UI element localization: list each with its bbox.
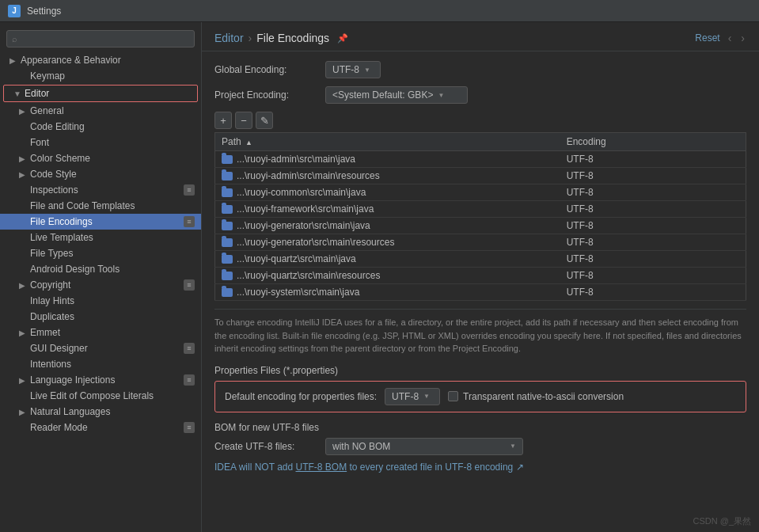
bom-section-title: BOM for new UTF-8 files xyxy=(214,422,746,433)
table-row[interactable]: ...\ruoyi-framework\src\main\java UTF-8 xyxy=(215,201,746,218)
content-body: Global Encoding: UTF-8 ▼ Project Encodin… xyxy=(202,51,759,532)
path-cell: ...\ruoyi-admin\src\main\resources xyxy=(215,168,560,184)
sidebar-item-general[interactable]: ▶ General xyxy=(0,103,201,119)
create-utf8-value: with NO BOM xyxy=(332,441,390,452)
sidebar-item-appearance[interactable]: ▶ Appearance & Behavior xyxy=(0,52,201,68)
sidebar-item-label: Code Style xyxy=(30,169,195,180)
create-utf8-label: Create UTF-8 files: xyxy=(214,441,317,452)
info-prefix: IDEA will NOT add xyxy=(214,462,295,473)
bom-row: Create UTF-8 files: with NO BOM ▼ xyxy=(214,438,746,455)
default-encoding-label: Default encoding for properties files: xyxy=(225,391,377,402)
sidebar-item-label: File Types xyxy=(30,248,195,259)
sidebar-item-file-types[interactable]: File Types xyxy=(0,245,201,261)
folder-icon xyxy=(222,172,233,180)
sidebar-item-label: Editor xyxy=(25,88,191,99)
breadcrumb-editor[interactable]: Editor xyxy=(214,32,244,44)
sidebar-item-language-injections[interactable]: ▶ Language Injections ≡ xyxy=(0,372,201,388)
edit-button[interactable]: ✎ xyxy=(256,112,273,129)
table-row[interactable]: ...\ruoyi-system\src\main\java UTF-8 xyxy=(215,284,746,301)
sidebar-item-copyright[interactable]: ▶ Copyright ≡ xyxy=(0,277,201,293)
sidebar-item-keymap[interactable]: Keymap xyxy=(0,68,201,84)
table-row[interactable]: ...\ruoyi-quartz\src\main\java UTF-8 xyxy=(215,251,746,268)
properties-encoding-dropdown[interactable]: UTF-8 ▼ xyxy=(385,388,440,405)
expand-icon: ▶ xyxy=(19,408,28,416)
sidebar-item-file-encodings[interactable]: File Encodings ≡ xyxy=(0,214,201,230)
sort-asc-icon: ▲ xyxy=(245,139,252,146)
table-row[interactable]: ...\ruoyi-common\src\main\java UTF-8 xyxy=(215,184,746,201)
bom-info-text: IDEA will NOT add UTF-8 BOM to every cre… xyxy=(214,462,746,473)
sidebar-item-duplicates[interactable]: Duplicates xyxy=(0,309,201,325)
sidebar-item-label: General xyxy=(30,105,195,116)
path-cell: ...\ruoyi-framework\src\main\java xyxy=(215,201,560,218)
project-encoding-value: <System Default: GBK> xyxy=(332,89,433,101)
content-area: Editor › File Encodings 📌 Reset ‹ › Glob… xyxy=(202,22,759,532)
sidebar-item-reader-mode[interactable]: Reader Mode ≡ xyxy=(0,420,201,435)
search-input[interactable] xyxy=(21,33,189,44)
encoding-cell: UTF-8 xyxy=(560,251,746,268)
folder-icon xyxy=(222,155,233,164)
table-row[interactable]: ...\ruoyi-admin\src\main\java UTF-8 xyxy=(215,151,746,168)
sidebar-item-label: Intentions xyxy=(30,359,195,370)
sidebar-item-live-templates[interactable]: Live Templates xyxy=(0,230,201,245)
sidebar-item-natural-languages[interactable]: ▶ Natural Languages xyxy=(0,404,201,420)
sidebar-item-intentions[interactable]: Intentions xyxy=(0,356,201,372)
sidebar-item-emmet[interactable]: ▶ Emmet xyxy=(0,325,201,340)
properties-encoding-value: UTF-8 xyxy=(392,391,419,402)
nav-back-button[interactable]: ‹ xyxy=(727,30,734,46)
transparent-label: Transparent native-to-ascii conversion xyxy=(463,391,624,402)
global-encoding-value: UTF-8 xyxy=(332,64,359,75)
reset-button[interactable]: Reset xyxy=(695,32,719,44)
table-toolbar: + − ✎ xyxy=(214,112,746,129)
search-box[interactable]: ⌕ xyxy=(6,30,195,48)
pin-icon: 📌 xyxy=(337,33,348,44)
table-row[interactable]: ...\ruoyi-generator\src\main\java UTF-8 xyxy=(215,218,746,234)
table-row[interactable]: ...\ruoyi-quartz\src\main\resources UTF-… xyxy=(215,268,746,284)
path-cell: ...\ruoyi-admin\src\main\java xyxy=(215,151,560,168)
col-header-encoding[interactable]: Encoding xyxy=(560,133,746,151)
sidebar-item-label: Natural Languages xyxy=(30,406,195,417)
sidebar-item-code-style[interactable]: ▶ Code Style xyxy=(0,166,201,182)
sidebar-item-editor[interactable]: ▼ Editor xyxy=(4,86,197,101)
sidebar-item-inspections[interactable]: Inspections ≡ xyxy=(0,182,201,198)
add-button[interactable]: + xyxy=(214,112,232,129)
path-cell: ...\ruoyi-system\src\main\java xyxy=(215,284,560,301)
path-cell: ...\ruoyi-quartz\src\main\java xyxy=(215,251,560,268)
sidebar-item-android-design-tools[interactable]: Android Design Tools xyxy=(0,261,201,277)
expand-icon: ▶ xyxy=(9,56,19,65)
sidebar-item-file-code-templates[interactable]: File and Code Templates xyxy=(0,198,201,214)
sidebar-item-font[interactable]: Font xyxy=(0,135,201,150)
folder-icon xyxy=(222,272,233,280)
sidebar-item-label: Inlay Hints xyxy=(30,295,195,306)
search-icon: ⌕ xyxy=(12,34,17,44)
table-row[interactable]: ...\ruoyi-generator\src\main\resources U… xyxy=(215,234,746,251)
col-header-path[interactable]: Path ▲ xyxy=(215,133,560,151)
badge-icon: ≡ xyxy=(184,374,195,386)
sidebar-item-label: Inspections xyxy=(30,184,180,196)
note-text: To change encoding IntelliJ IDEA uses fo… xyxy=(214,309,746,355)
create-utf8-dropdown[interactable]: with NO BOM ▼ xyxy=(325,438,523,455)
sidebar-item-code-editing[interactable]: Code Editing xyxy=(0,119,201,135)
dropdown-arrow-icon: ▼ xyxy=(423,393,430,400)
sidebar-item-label: Appearance & Behavior xyxy=(21,55,195,66)
sidebar-item-label: Code Editing xyxy=(30,121,195,132)
table-row[interactable]: ...\ruoyi-admin\src\main\resources UTF-8 xyxy=(215,168,746,184)
transparent-checkbox[interactable] xyxy=(448,391,458,401)
project-encoding-dropdown[interactable]: <System Default: GBK> ▼ xyxy=(325,86,468,104)
sidebar-item-color-scheme[interactable]: ▶ Color Scheme xyxy=(0,150,201,166)
utf8-bom-link[interactable]: UTF-8 BOM xyxy=(295,462,347,473)
badge-icon: ≡ xyxy=(184,422,195,433)
sidebar-item-label: File Encodings xyxy=(30,216,180,227)
sidebar-item-inlay-hints[interactable]: Inlay Hints xyxy=(0,293,201,309)
sidebar-item-label: Live Templates xyxy=(30,232,195,243)
watermark: CSDN @_果然 xyxy=(693,515,751,527)
sidebar-item-gui-designer[interactable]: GUI Designer ≡ xyxy=(0,340,201,356)
global-encoding-dropdown[interactable]: UTF-8 ▼ xyxy=(325,61,381,78)
project-encoding-label: Project Encoding: xyxy=(214,89,317,101)
remove-icon: − xyxy=(241,115,247,127)
folder-icon xyxy=(222,222,233,230)
encoding-cell: UTF-8 xyxy=(560,168,746,184)
dropdown-arrow-icon: ▼ xyxy=(510,443,516,450)
nav-forward-button[interactable]: › xyxy=(739,30,746,46)
sidebar-item-live-edit-compose[interactable]: Live Edit of Compose Literals xyxy=(0,388,201,404)
remove-button[interactable]: − xyxy=(235,112,252,129)
